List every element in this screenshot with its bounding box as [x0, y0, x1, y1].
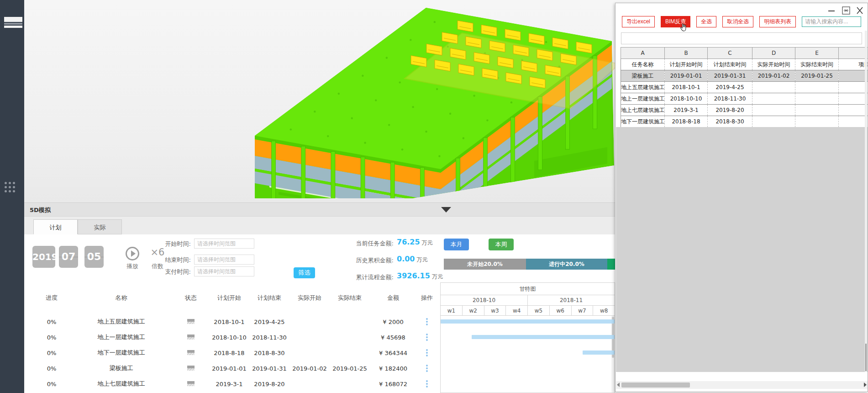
pay-time-label: 支付时间: — [138, 268, 191, 276]
left-sidebar — [0, 0, 24, 393]
history-amount-value: 0.00万元 — [397, 255, 427, 264]
deselect-all-button[interactable]: 取消全选 — [722, 16, 753, 27]
scroll-left-arrow-icon[interactable] — [617, 382, 620, 387]
detail-list-button[interactable]: 明细表列表 — [759, 16, 796, 27]
sheet-row[interactable]: 地下一层建筑施工2018-8-182018-8-30 — [621, 116, 868, 127]
gantt-week-cell: w5 — [528, 306, 550, 315]
gantt-week-cell: w2 — [463, 306, 484, 315]
start-time-input[interactable] — [194, 239, 254, 249]
row-menu-icon[interactable] — [416, 348, 437, 357]
current-amount-value: 76.25万元 — [397, 238, 433, 247]
this-week-button[interactable]: 本周 — [489, 239, 514, 250]
gantt-weeks: w1w2w3w4w5w6w7w8 — [441, 306, 615, 316]
sheet-toolbar: 导出excel BIM反查 全选 取消全选 明细表列表 — [622, 16, 861, 27]
row-menu-icon[interactable] — [416, 379, 437, 388]
progress-segment — [607, 259, 615, 270]
building-model[interactable] — [251, 1, 616, 202]
formula-strip[interactable] — [621, 32, 862, 44]
tab-plan[interactable]: 计划 — [33, 219, 78, 234]
gantt-months: 2018-102018-11 — [441, 295, 615, 306]
history-amount-label: 历史累积金额: — [321, 256, 394, 265]
tab-actual[interactable]: 实际 — [78, 219, 122, 234]
filter-button[interactable]: 筛选 — [294, 267, 315, 278]
task-table-header: 进度名称 状态计划开始 计划结束实际开始 实际结束金额 操作 — [33, 291, 437, 305]
sheet-v-scrollbar[interactable] — [865, 31, 867, 372]
table-row[interactable]: 0%地下一层建筑施工2018-8-182018-8-30¥ 364344 — [33, 345, 437, 361]
bim-lookup-button[interactable]: BIM反查 — [661, 16, 690, 27]
minimize-icon[interactable] — [826, 6, 836, 15]
status-icon — [187, 335, 195, 340]
sheet-search-input[interactable] — [802, 16, 861, 27]
gantt-bar — [472, 335, 615, 339]
table-row[interactable]: 0%地上五层建筑施工2018-10-12019-4-25¥ 2000 — [33, 314, 437, 329]
sheet-letter-row: ABCDE — [621, 48, 868, 59]
detail-spreadsheet: ABCDE任务名称计划开始时间计划结束时间实际开始时间实际结束时间项目梁板施工2… — [621, 47, 868, 127]
sheet-h-scrollbar[interactable] — [616, 381, 868, 389]
play-icon — [131, 250, 136, 257]
gantt-week-cell: w6 — [550, 306, 572, 315]
end-time-input[interactable] — [194, 255, 254, 265]
table-row[interactable]: 0%地上七层建筑施工2019-3-12019-8-20¥ 168072 — [33, 376, 437, 392]
gantt-bar — [441, 319, 615, 324]
simulation-title: 5D模拟 — [30, 206, 51, 214]
progress-segment: 未开始20.0% — [444, 259, 526, 270]
flip-month[interactable]: 07 — [59, 246, 78, 268]
gantt-week-cell: w8 — [593, 306, 615, 315]
sheet-row[interactable]: 地上七层建筑施工2019-3-12019-8-20 — [621, 105, 868, 116]
sheet-empty-area — [616, 127, 868, 372]
status-icon — [187, 319, 195, 324]
gantt-week-cell: w4 — [506, 306, 528, 315]
sheet-row: 任务名称计划开始时间计划结束时间实际开始时间实际结束时间项目 — [621, 59, 868, 70]
gantt-bar — [583, 351, 615, 355]
gantt-week-cell: w7 — [572, 306, 594, 315]
close-icon[interactable] — [855, 6, 865, 15]
amount-unit: 万元 — [422, 239, 433, 246]
amount-unit: 万元 — [416, 256, 427, 263]
status-progress-bar: 未开始20.0%进行中20.0% — [444, 259, 615, 270]
status-icon — [187, 381, 195, 386]
status-icon — [187, 350, 195, 355]
pay-time-input[interactable] — [194, 266, 254, 276]
gantt-week-cell: w1 — [441, 306, 463, 315]
status-icon — [187, 366, 195, 371]
select-all-button[interactable]: 全选 — [696, 16, 716, 27]
table-row[interactable]: 0%地上一层建筑施工2018-10-102018-11-30¥ 45698 — [33, 329, 437, 345]
gantt-chart: 甘特图 2018-102018-11 w1w2w3w4w5w6w7w8 — [440, 282, 615, 393]
dock-icon[interactable] — [841, 6, 851, 15]
export-excel-button[interactable]: 导出excel — [622, 16, 655, 27]
progress-segment: 进行中20.0% — [526, 259, 607, 270]
play-button[interactable] — [126, 247, 139, 260]
task-table-body: 0%地上五层建筑施工2018-10-12019-4-25¥ 20000%地上一层… — [33, 314, 437, 392]
gantt-title: 甘特图 — [441, 283, 615, 295]
flip-year[interactable]: 2019 — [32, 246, 55, 268]
this-month-button[interactable]: 本月 — [444, 239, 469, 250]
scrollbar-thumb[interactable] — [621, 382, 690, 388]
amount-unit: 万元 — [432, 273, 443, 280]
start-time-label: 开始时间: — [138, 240, 191, 248]
table-row[interactable]: 0%梁板施工2019-01-012019-01-312019-01-022019… — [33, 361, 437, 376]
collapse-caret-icon[interactable] — [441, 207, 451, 212]
gantt-body — [441, 316, 615, 393]
detail-sheet-window: 导出excel BIM反查 全选 取消全选 明细表列表 ABCDE任务名称计划开… — [615, 3, 868, 392]
sheet-row[interactable]: 地上五层建筑施工2018-10-12019-4-25 — [621, 82, 868, 93]
scroll-right-arrow-icon[interactable] — [864, 382, 867, 387]
sheet-row[interactable]: 地上一层建筑施工2018-10-102018-11-30 — [621, 93, 868, 105]
total-amount-label: 累计流程金额: — [321, 273, 394, 281]
menu-icon[interactable] — [4, 17, 22, 27]
row-menu-icon[interactable] — [416, 317, 437, 326]
apps-grid-icon[interactable] — [5, 182, 16, 193]
row-menu-icon[interactable] — [416, 333, 437, 342]
sheet-row[interactable]: 梁板施工2019-01-012019-01-312019-01-022019-0… — [621, 70, 868, 82]
gantt-week-cell: w3 — [484, 306, 506, 315]
total-amount-value: 3926.15万元 — [397, 271, 443, 281]
row-menu-icon[interactable] — [416, 364, 437, 373]
end-time-label: 结束时间: — [138, 256, 191, 264]
flip-day[interactable]: 05 — [84, 246, 104, 268]
current-amount-label: 当前任务金额: — [321, 239, 394, 248]
